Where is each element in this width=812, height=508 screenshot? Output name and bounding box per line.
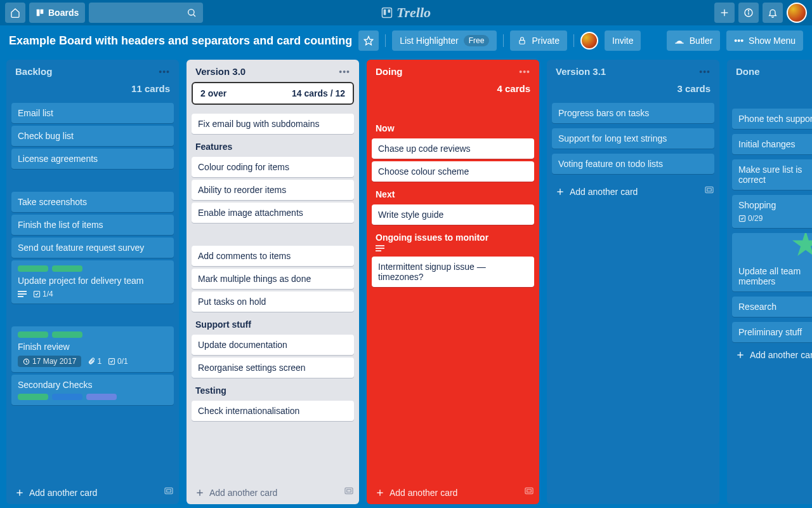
show-menu-button[interactable]: ••• Show Menu: [726, 30, 803, 51]
svg-rect-38: [705, 187, 713, 192]
list-menu-button[interactable]: •••: [159, 67, 170, 77]
info-icon: [743, 8, 754, 18]
list-menu-button[interactable]: •••: [699, 67, 710, 77]
section-header: Features: [192, 137, 354, 154]
add-card-button[interactable]: Add another card: [552, 182, 641, 198]
card[interactable]: Take screenshots: [11, 192, 174, 212]
divider: [385, 34, 386, 47]
invite-button[interactable]: Invite: [605, 30, 641, 51]
lock-icon: [518, 36, 527, 45]
card[interactable]: Finish the list of items: [11, 215, 174, 235]
list-menu-button[interactable]: •••: [519, 67, 530, 77]
checklist-icon: [738, 215, 746, 222]
add-card-button[interactable]: Add another card: [372, 483, 461, 499]
trello-logo[interactable]: Trello: [381, 4, 431, 21]
attachment-icon: [88, 358, 95, 365]
card[interactable]: Ability to reorder items: [192, 180, 354, 200]
card[interactable]: Reorganise settings screen: [192, 358, 354, 378]
list-backlog: Backlog ••• 11 cards Email list Check bu…: [6, 60, 179, 504]
svg-rect-5: [384, 10, 386, 15]
list-title[interactable]: Version 3.0: [195, 66, 246, 77]
card[interactable]: Research: [732, 297, 812, 317]
add-card-button[interactable]: Add another card: [192, 483, 281, 499]
card-count: 11 cards: [11, 81, 174, 100]
svg-rect-6: [388, 10, 390, 13]
home-button[interactable]: [5, 3, 25, 23]
section-header: Next: [372, 184, 534, 202]
card[interactable]: Write style guide: [372, 204, 534, 225]
privacy-button[interactable]: Private: [510, 30, 567, 51]
list-title[interactable]: Doing: [376, 66, 403, 77]
svg-rect-24: [167, 490, 171, 492]
plus-icon: [556, 187, 565, 196]
svg-rect-14: [675, 43, 683, 43]
list-version-3-0: Version 3.0 ••• 2 over 14 cards / 12 Fix…: [187, 60, 359, 504]
card[interactable]: Shopping 0/29: [732, 195, 812, 228]
card[interactable]: Progress bars on tasks: [552, 103, 714, 123]
list-title[interactable]: Done: [736, 66, 760, 77]
card[interactable]: Choose colour scheme: [372, 161, 534, 182]
clock-icon: [23, 358, 30, 365]
template-icon[interactable]: [704, 185, 714, 195]
label-chip: [52, 331, 82, 338]
card[interactable]: Intermittent signup issue — timezones?: [372, 257, 534, 287]
card[interactable]: Voting feature on todo lists: [552, 154, 714, 174]
avatar[interactable]: [787, 3, 807, 23]
card[interactable]: Fix email bug with subdomains: [192, 114, 354, 134]
card[interactable]: Support for long text strings: [552, 128, 714, 149]
card[interactable]: Make sure list is correct: [732, 159, 812, 190]
label-chip: [52, 394, 82, 400]
card[interactable]: Secondary Checks: [11, 375, 174, 405]
board-header: Example Board with headers and separator…: [0, 25, 812, 56]
section-header: Support stuff: [192, 314, 354, 332]
home-icon: [10, 8, 20, 18]
list-title[interactable]: Backlog: [15, 66, 52, 77]
card[interactable]: Update documentation: [192, 335, 354, 355]
card[interactable]: License agreements: [11, 149, 174, 169]
list-doing: Doing ••• 4 cards Now Chase up code revi…: [367, 60, 539, 504]
butler-button[interactable]: Butler: [667, 30, 721, 51]
checklist-icon: [108, 358, 115, 365]
card[interactable]: Mark multiple things as done: [192, 269, 354, 289]
checklist-icon: [33, 290, 41, 298]
list-title[interactable]: Version 3.1: [556, 66, 606, 77]
label-chip: [18, 331, 48, 338]
description-icon: [376, 245, 384, 251]
label-chip: [86, 394, 117, 400]
card[interactable]: Finish review 17 May 2017 1 0/1: [11, 326, 174, 372]
label-chip: [52, 265, 82, 272]
member-avatar[interactable]: [580, 32, 598, 50]
star-icon: [363, 36, 374, 46]
card[interactable]: Colour coding for items: [192, 157, 354, 177]
card[interactable]: Update project for delivery team 1/4: [11, 260, 174, 304]
card[interactable]: Add comments to items: [192, 246, 354, 266]
notifications-button[interactable]: [763, 3, 783, 23]
card[interactable]: Update all team members: [732, 233, 812, 291]
card[interactable]: Put tasks on hold: [192, 291, 354, 312]
card[interactable]: Send out feature request survey: [11, 237, 174, 258]
template-icon[interactable]: [344, 486, 354, 496]
template-icon[interactable]: [164, 486, 174, 496]
svg-line-3: [193, 15, 195, 17]
search-input[interactable]: [89, 3, 203, 23]
create-button[interactable]: [714, 3, 735, 23]
boards-button[interactable]: Boards: [29, 3, 85, 23]
card[interactable]: Initial changes: [732, 134, 812, 154]
star-icon: [792, 233, 812, 258]
info-button[interactable]: [738, 3, 759, 23]
card[interactable]: Email list: [11, 103, 174, 123]
add-card-button[interactable]: Add another card: [11, 483, 101, 499]
star-board-button[interactable]: [358, 30, 379, 51]
card[interactable]: Enable image attachments: [192, 203, 354, 223]
divider: [573, 34, 574, 47]
card[interactable]: Chase up code reviews: [372, 138, 534, 159]
add-card-button[interactable]: Add another card: [732, 345, 812, 361]
card[interactable]: Phone tech support: [732, 109, 812, 129]
template-icon[interactable]: [524, 486, 534, 496]
list-highlighter-button[interactable]: List Highlighter Free: [392, 30, 497, 51]
plus-icon: [736, 351, 745, 359]
list-menu-button[interactable]: •••: [339, 67, 350, 77]
card[interactable]: Preliminary stuff: [732, 322, 812, 342]
card[interactable]: Check bug list: [11, 126, 174, 146]
card[interactable]: Check internationalisation: [192, 401, 354, 421]
